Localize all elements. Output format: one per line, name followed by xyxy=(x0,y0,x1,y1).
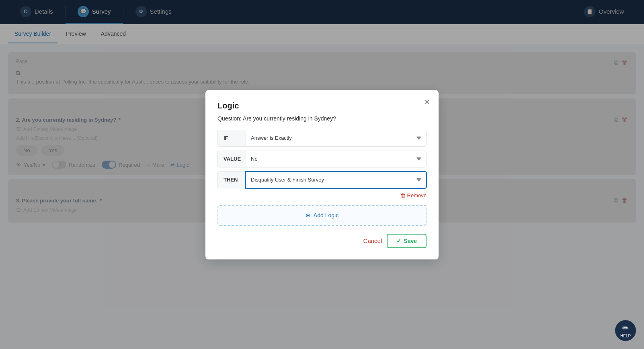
then-row: THEN Disqualify User & Finish Survey Go … xyxy=(217,171,427,188)
checkmark-icon: ✓ xyxy=(396,238,401,244)
if-row: IF Answer is Exactly Answer Contains Ans… xyxy=(217,130,427,147)
value-select[interactable]: No Yes xyxy=(246,151,427,167)
modal-question-text: Question: Are you currently residing in … xyxy=(217,115,427,122)
then-label: THEN xyxy=(217,171,246,188)
value-row: VALUE No Yes xyxy=(217,151,427,167)
value-label: VALUE xyxy=(217,151,246,167)
plus-circle-icon: ⊕ xyxy=(306,212,310,218)
if-select[interactable]: Answer is Exactly Answer Contains Answer… xyxy=(246,130,427,147)
add-logic-button[interactable]: ⊕ Add Logic xyxy=(217,205,427,226)
then-select[interactable]: Disqualify User & Finish Survey Go to Pa… xyxy=(246,171,427,188)
cancel-button[interactable]: Cancel xyxy=(363,237,382,244)
modal-footer: Cancel ✓ Save xyxy=(217,234,427,248)
if-label: IF xyxy=(217,130,246,147)
remove-button[interactable]: 🗑 Remove xyxy=(217,192,427,198)
save-button[interactable]: ✓ Save xyxy=(387,234,427,248)
help-icon: ✏ xyxy=(622,323,629,333)
modal-overlay: Logic ✕ Question: Are you currently resi… xyxy=(0,0,644,349)
help-label: HELP xyxy=(620,334,631,338)
modal-title: Logic xyxy=(217,101,427,110)
trash-icon: 🗑 xyxy=(400,192,406,198)
logic-modal: Logic ✕ Question: Are you currently resi… xyxy=(205,90,439,259)
close-icon[interactable]: ✕ xyxy=(424,97,431,107)
help-button[interactable]: ✏ HELP xyxy=(615,320,636,341)
